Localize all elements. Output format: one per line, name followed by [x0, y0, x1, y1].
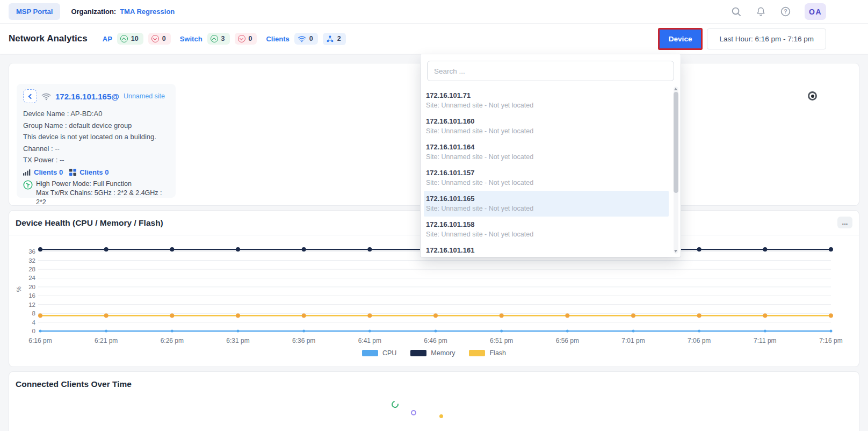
time-range-selector[interactable]: Last Hour: 6:16 pm - 7:16 pm	[707, 28, 826, 49]
device-list: 172.16.101.71 Site: Unnamed site - Not y…	[421, 88, 681, 257]
svg-text:6:36 pm: 6:36 pm	[292, 337, 315, 344]
device-info-panel: 172.16.101.165@ Unnamed site Device Name…	[17, 84, 176, 198]
back-button[interactable]	[23, 89, 37, 103]
status-summary: AP 10 0 Switch 3 0 Clients 0	[103, 33, 346, 45]
ap-up-badge[interactable]: 10	[117, 33, 143, 45]
device-item-ip: 172.16.101.164	[426, 143, 664, 151]
device-item-site: Site: Unnamed site - Not yet located	[426, 127, 664, 135]
svg-text:16: 16	[28, 292, 35, 299]
device-item-ip: 172.16.101.160	[426, 117, 664, 125]
up-arrow-icon	[120, 35, 128, 42]
device-name: Device Name : AP-BD:A0	[23, 108, 169, 120]
svg-text:7:06 pm: 7:06 pm	[688, 337, 711, 344]
device-site-link[interactable]: Unnamed site	[124, 92, 165, 100]
device-health-title: Device Health (CPU / Memory / Flash)	[16, 218, 163, 228]
device-list-item[interactable]: 172.16.101.161 Site: Unnamed site - Not …	[424, 242, 669, 257]
svg-text:6:56 pm: 6:56 pm	[556, 337, 579, 344]
device-item-ip: 172.16.101.158	[426, 220, 664, 228]
device-item-ip: 172.16.101.165	[426, 195, 664, 203]
legend-label: Memory	[431, 349, 455, 357]
device-ip-link[interactable]: 172.16.101.165@	[55, 92, 119, 101]
clients-wifi-link[interactable]: Clients 0	[34, 167, 63, 178]
scrollbar-thumb[interactable]	[674, 92, 678, 193]
device-item-site: Site: Unnamed site - Not yet located	[426, 179, 664, 186]
notifications-bell-icon[interactable]	[755, 6, 766, 17]
clients-wired-badge[interactable]: 2	[323, 33, 346, 45]
scroll-down-icon[interactable]	[674, 250, 677, 253]
clients-wired-count: 2	[337, 35, 341, 42]
device-list-item[interactable]: 172.16.101.160 Site: Unnamed site - Not …	[424, 113, 669, 139]
ap-down-badge[interactable]: 0	[148, 33, 171, 45]
svg-text:0: 0	[32, 328, 35, 334]
analytics-toolbar: Network Analytics AP 10 0 Switch 3 0 Cli…	[0, 24, 868, 54]
organization-label: Organization:	[71, 8, 116, 16]
clients-wired-link[interactable]: Clients 0	[79, 167, 108, 178]
device-item-site: Site: Unnamed site - Not yet located	[426, 102, 664, 109]
connected-clients-card: Connected Clients Over Time	[9, 371, 859, 431]
down-arrow-icon	[238, 35, 245, 42]
legend-item-memory[interactable]: Memory	[410, 349, 455, 357]
svg-text:6:51 pm: 6:51 pm	[490, 337, 513, 344]
chart-legend: CPUMemoryFlash	[9, 349, 859, 357]
organization-name-link[interactable]: TMA Regression	[120, 8, 175, 16]
ap-label[interactable]: AP	[103, 35, 112, 43]
user-avatar[interactable]: OA	[805, 3, 826, 20]
svg-text:32: 32	[28, 257, 35, 264]
device-list-item[interactable]: 172.16.101.71 Site: Unnamed site - Not y…	[424, 88, 669, 113]
device-item-site: Site: Unnamed site - Not yet located	[426, 231, 664, 238]
channel: Channel : --	[23, 143, 169, 155]
signal-bars-icon	[23, 169, 31, 176]
svg-text:6:16 pm: 6:16 pm	[28, 337, 52, 344]
more-options-icon[interactable]: ...	[837, 217, 852, 228]
svg-text:?: ?	[784, 9, 787, 15]
map-pin-icon[interactable]	[808, 91, 817, 100]
switch-label[interactable]: Switch	[180, 35, 202, 43]
group-name: Group Name : default device group	[23, 120, 169, 132]
legend-item-flash[interactable]: Flash	[469, 349, 506, 357]
clients-label[interactable]: Clients	[266, 35, 289, 43]
chains: Max Tx/Rx Chains: 5GHz : 2*2 & 2.4GHz : …	[36, 189, 169, 207]
power-mode-text: High Power Mode: Full Function Max Tx/Rx…	[36, 179, 169, 207]
loading-spinner-icon	[390, 399, 400, 409]
connected-clients-title: Connected Clients Over Time	[16, 379, 132, 389]
power-mode-icon	[23, 180, 33, 207]
switch-up-badge[interactable]: 3	[207, 33, 230, 45]
switch-up-count: 3	[221, 35, 225, 42]
svg-text:%: %	[16, 286, 22, 292]
device-search-input[interactable]	[427, 61, 674, 81]
svg-text:28: 28	[28, 266, 35, 272]
clients-wifi-count: 0	[309, 35, 313, 42]
legend-swatch	[410, 350, 426, 356]
svg-text:6:41 pm: 6:41 pm	[358, 337, 381, 344]
ap-up-count: 10	[131, 35, 139, 42]
search-icon[interactable]	[730, 6, 741, 17]
annotation-highlight: Device	[658, 28, 703, 50]
device-list-item[interactable]: 172.16.101.158 Site: Unnamed site - Not …	[424, 217, 669, 242]
chart-marker-dot	[439, 414, 443, 418]
msp-portal-button[interactable]: MSP Portal	[9, 3, 60, 20]
device-item-site: Site: Unnamed site - Not yet located	[426, 256, 664, 257]
device-dropdown-panel: 172.16.101.71 Site: Unnamed site - Not y…	[421, 54, 681, 257]
device-list-item[interactable]: 172.16.101.164 Site: Unnamed site - Not …	[424, 139, 669, 165]
legend-label: Flash	[489, 349, 506, 357]
svg-text:7:16 pm: 7:16 pm	[819, 337, 842, 344]
clients-wifi-badge[interactable]: 0	[294, 33, 318, 45]
dropdown-scrollbar[interactable]	[674, 87, 678, 254]
device-item-ip: 172.16.101.71	[426, 91, 664, 99]
legend-item-cpu[interactable]: CPU	[362, 349, 396, 357]
down-arrow-icon	[151, 35, 159, 42]
device-list-item[interactable]: 172.16.101.157 Site: Unnamed site - Not …	[424, 165, 669, 191]
help-icon[interactable]: ?	[780, 6, 791, 17]
chart-marker-ring	[411, 410, 416, 415]
device-selector-button[interactable]: Device	[660, 30, 701, 48]
location-note: This device is not yet located on a buil…	[23, 131, 169, 143]
device-item-site: Site: Unnamed site - Not yet located	[426, 153, 664, 161]
wifi-icon	[41, 92, 51, 100]
switch-down-badge[interactable]: 0	[235, 33, 257, 45]
svg-text:6:26 pm: 6:26 pm	[161, 337, 184, 344]
scroll-up-icon[interactable]	[674, 88, 677, 90]
device-item-ip: 172.16.101.161	[426, 246, 664, 254]
svg-text:6:46 pm: 6:46 pm	[424, 337, 447, 344]
legend-label: CPU	[382, 349, 396, 357]
device-list-item[interactable]: 172.16.101.165 Site: Unnamed site - Not …	[424, 191, 669, 217]
